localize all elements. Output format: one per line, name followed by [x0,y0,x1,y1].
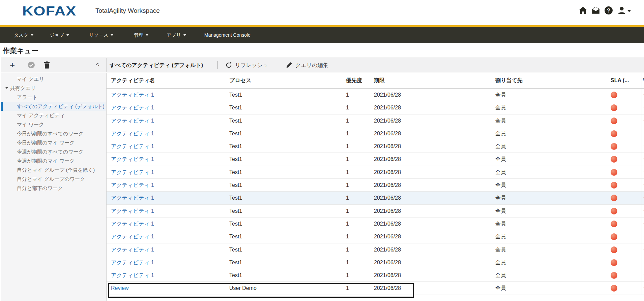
column-header[interactable]: 期限 [374,73,385,88]
tree-item[interactable]: アラート [1,93,106,102]
add-query-button[interactable]: + [10,60,15,70]
home-icon[interactable] [579,6,587,15]
table-row[interactable]: アクティビティ 1Test112021/06/28全員ラ [107,101,644,114]
tree-item[interactable]: マイ ワーク [1,120,106,129]
table-row[interactable]: アクティビティ 1Test112021/06/28全員ラ [107,127,644,140]
column-header[interactable]: プロセス [229,73,252,88]
collapse-panel-button[interactable]: < [96,61,99,68]
assignee-cell: 全員 [495,230,506,243]
activity-link[interactable]: アクティビティ 1 [111,256,154,269]
activity-link[interactable]: アクティビティ 1 [111,140,154,153]
due-date-cell: 2021/06/28 [374,114,401,127]
tree-item-label: マイ クエリ [17,76,44,82]
assignee-cell: 全員 [495,114,506,127]
process-cell: Test1 [229,192,242,204]
table-row[interactable]: アクティビティ 1Test112021/06/28全員ラ [107,256,644,269]
activity-link[interactable]: Review [111,282,128,294]
tree-item[interactable]: 今日が期限のマイ ワーク [1,138,106,147]
column-header[interactable]: SLA (... [611,73,629,88]
activity-link[interactable]: アクティビティ 1 [111,101,154,114]
table-row[interactable]: アクティビティ 1Test112021/06/28全員ラ [107,243,644,256]
priority-cell: 1 [346,243,349,256]
user-icon[interactable] [617,6,626,15]
tree-item[interactable]: マイ クエリ [1,74,106,83]
activity-link[interactable]: アクティビティ 1 [111,179,154,191]
kofax-logo[interactable]: KOFAX [22,4,76,19]
table-row[interactable]: アクティビティ 1Test112021/06/28全員ラ [107,114,644,127]
due-date-cell: 2021/06/28 [374,269,401,281]
tree-item[interactable]: すべてのアクティビティ (デフォルト) [1,102,106,111]
due-date-cell: 2021/06/28 [374,218,401,230]
user-menu-caret-icon[interactable] [627,10,631,12]
activity-link[interactable]: アクティビティ 1 [111,192,154,204]
priority-cell: 1 [346,127,349,140]
complete-button[interactable] [28,61,35,69]
activity-link[interactable]: アクティビティ 1 [111,269,154,281]
process-cell: Test1 [229,166,242,178]
nav-item-1[interactable]: タスク [14,27,33,43]
help-icon[interactable]: ? [604,6,613,15]
mail-icon[interactable] [591,6,600,15]
tree-item[interactable]: マイ アクティビティ [1,111,106,120]
table-row[interactable]: アクティビティ 1Test112021/06/28全員ラ [107,153,644,166]
nav-item-5[interactable]: アプリ [167,27,186,43]
process-cell: Test1 [229,269,242,281]
table-row[interactable]: アクティビティ 1Test112021/06/28全員ラ [107,218,644,230]
tree-item[interactable]: 共有クエリ [1,83,106,93]
tree-item[interactable]: 今週が期限のすべてのワーク [1,147,106,156]
caret-down-icon [146,34,148,36]
tree-item[interactable]: 自分と部下のワーク [1,183,106,193]
process-cell: Test1 [229,205,242,217]
table-row[interactable]: アクティビティ 1Test112021/06/28全員ラ [107,179,644,192]
activity-link[interactable]: アクティビティ 1 [111,153,154,165]
tree-item[interactable]: 今週が期限のマイ ワーク [1,156,106,165]
process-cell: Test1 [229,153,242,165]
tree-item-label: マイ アクティビティ [17,112,65,118]
edit-query-button[interactable]: クエリの編集 [286,58,328,72]
activity-link[interactable]: アクティビティ 1 [111,243,154,256]
table-row[interactable]: アクティビティ 1Test112021/06/28全員ラ [107,269,644,282]
due-date-cell: 2021/06/28 [374,101,401,114]
column-header[interactable]: 優先度 [346,73,362,88]
column-header[interactable]: アクティビティ名 [111,73,155,88]
priority-cell: 1 [346,101,349,114]
table-row[interactable]: アクティビティ 1Test112021/06/28全員ラ [107,192,644,204]
query-tree-panel: マイ クエリ共有クエリアラートすべてのアクティビティ (デフォルト)マイ アクテ… [1,73,107,301]
activity-link[interactable]: アクティビティ 1 [111,166,154,178]
activity-link[interactable]: アクティビティ 1 [111,205,154,217]
delete-button[interactable] [43,61,50,69]
assignee-cell: 全員 [495,140,506,153]
nav-item-3[interactable]: リソース [89,27,113,43]
table-row[interactable]: アクティビティ 1Test112021/06/28全員ラ [107,205,644,218]
table-row[interactable]: アクティビティ 1Test112021/06/28全員ラ [107,166,644,179]
table-row[interactable]: アクティビティ 1Test112021/06/28全員ラ [107,230,644,243]
table-row[interactable]: アクティビティ 1Test112021/06/28全員ラ [107,140,644,153]
sla-status-red-icon [611,143,617,150]
tree-item-label: 今週が期限のマイ ワーク [17,158,75,164]
tree-item[interactable]: 今日が期限のすべてのワーク [1,129,106,138]
nav-item-4[interactable]: 管理 [134,27,148,43]
priority-cell: 1 [346,230,349,243]
due-date-cell: 2021/06/28 [374,89,401,101]
process-cell: Test1 [229,218,242,230]
tree-item-label: 自分とマイ グループ (全員を除く) [17,167,95,173]
assignee-cell: 全員 [495,192,506,204]
activity-link[interactable]: アクティビティ 1 [111,127,154,140]
nav-item-2[interactable]: ジョブ [50,27,69,43]
main-nav: タスクジョブリソース管理アプリManagement Console [0,25,644,43]
activity-link[interactable]: アクティビティ 1 [111,230,154,243]
activity-link[interactable]: アクティビティ 1 [111,218,154,230]
column-header[interactable]: 割り当て先 [495,73,523,88]
activity-link[interactable]: アクティビティ 1 [111,114,154,127]
nav-item-6[interactable]: Management Console [204,27,251,43]
tree-item[interactable]: 自分とマイ グループのワーク [1,174,106,183]
table-row[interactable]: アクティビティ 1Test112021/06/28全員ラ [107,89,644,101]
assignee-cell: 全員 [495,218,506,230]
caret-down-icon[interactable] [5,87,8,89]
refresh-button[interactable]: リフレッシュ [226,58,268,72]
table-row[interactable]: ReviewUser Demo12021/06/28全員ラ [107,282,644,295]
tree-item[interactable]: 自分とマイ グループ (全員を除く) [1,165,106,174]
due-date-cell: 2021/06/28 [374,230,401,243]
activity-link[interactable]: アクティビティ 1 [111,89,154,101]
tree-item-label: すべてのアクティビティ (デフォルト) [17,103,105,109]
